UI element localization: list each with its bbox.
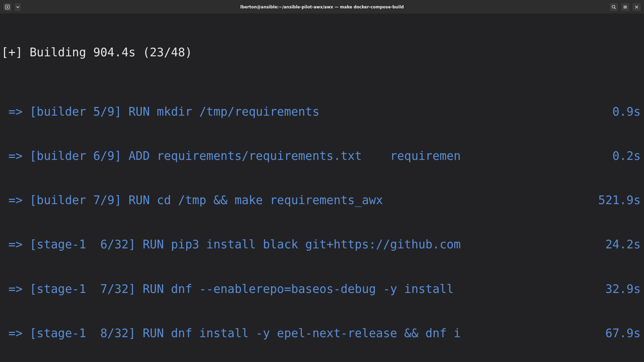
step-arrow: =>	[1, 193, 30, 207]
titlebar: lberton@ansible:~/ansible-pilot-awx/awx …	[0, 0, 644, 14]
titlebar-right	[609, 2, 641, 12]
build-header: [+] Building 904.4s (23/48)	[1, 45, 642, 60]
step-label: [builder 7/9] RUN cd /tmp && make requir…	[30, 193, 598, 207]
step-label: [builder 5/9] RUN mkdir /tmp/requirement…	[30, 104, 612, 119]
step-arrow: =>	[1, 326, 30, 341]
new-tab-button[interactable]	[3, 2, 12, 12]
step-time: 67.9s	[605, 326, 642, 341]
close-button[interactable]	[632, 2, 641, 12]
terminal-viewport[interactable]: [+] Building 904.4s (23/48) => [builder …	[0, 14, 644, 362]
titlebar-left	[3, 2, 21, 12]
step-label: [stage-1 6/32] RUN pip3 install black gi…	[30, 237, 605, 252]
step-arrow: =>	[1, 282, 30, 296]
svg-point-3	[612, 5, 615, 8]
window-title: lberton@ansible:~/ansible-pilot-awx/awx …	[240, 5, 404, 9]
build-step: => [stage-1 7/32] RUN dnf --enablerepo=b…	[1, 282, 642, 296]
step-arrow: =>	[1, 237, 30, 252]
build-step: => [builder 6/9] ADD requirements/requir…	[1, 148, 642, 163]
svg-line-4	[614, 8, 616, 9]
step-time: 521.9s	[598, 193, 642, 207]
build-step: => [stage-1 8/32] RUN dnf install -y epe…	[1, 326, 642, 341]
build-step: => [builder 5/9] RUN mkdir /tmp/requirem…	[1, 104, 642, 119]
tab-menu-button[interactable]	[14, 2, 21, 12]
search-button[interactable]	[609, 2, 619, 12]
step-time: 0.9s	[612, 104, 642, 119]
step-label: [stage-1 7/32] RUN dnf --enablerepo=base…	[30, 282, 605, 296]
build-step: => [stage-1 6/32] RUN pip3 install black…	[1, 237, 642, 252]
menu-button[interactable]	[621, 2, 630, 12]
step-time: 0.2s	[612, 148, 642, 163]
step-arrow: =>	[1, 104, 30, 119]
step-time: 32.9s	[605, 282, 642, 296]
step-label: [builder 6/9] ADD requirements/requireme…	[30, 148, 612, 163]
step-arrow: =>	[1, 148, 30, 163]
step-label: [stage-1 8/32] RUN dnf install -y epel-n…	[30, 326, 605, 341]
build-step: => [builder 7/9] RUN cd /tmp && make req…	[1, 193, 642, 207]
step-time: 24.2s	[605, 237, 642, 252]
